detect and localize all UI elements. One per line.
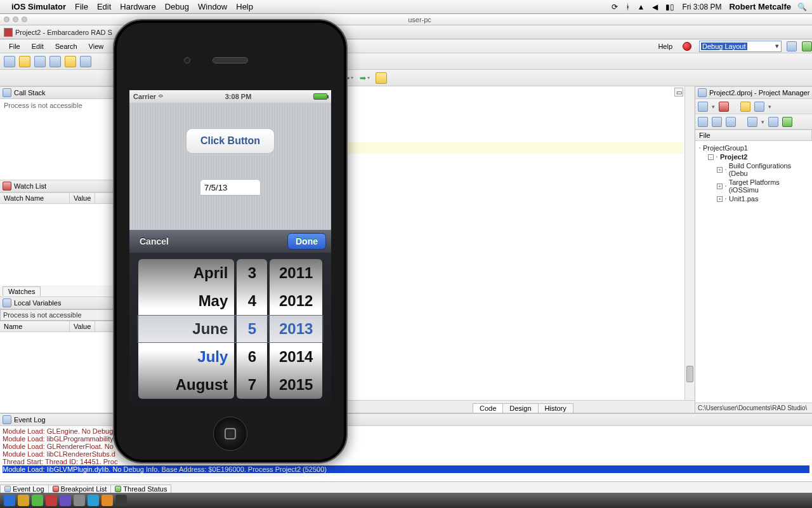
log-line-selected[interactable]: Module Load: libGLVMPlugin.dylib. No Deb… <box>3 465 809 473</box>
log-line[interactable]: Thread Start: Thread ID: 14451. Proc <box>3 458 809 465</box>
day-wheel[interactable]: 3 4 5 6 7 <box>237 259 267 399</box>
save-icon[interactable] <box>34 56 46 67</box>
done-button[interactable]: Done <box>287 233 326 250</box>
volume-icon[interactable]: ◀ <box>652 3 658 11</box>
picker-row[interactable]: June <box>138 315 234 343</box>
date-picker[interactable]: April May June July August 3 4 5 6 7 201… <box>129 253 331 405</box>
click-button[interactable]: Click Button <box>186 128 275 154</box>
editor-scrollbar[interactable] <box>684 86 695 400</box>
tab-design[interactable]: Design <box>502 403 538 413</box>
clock-text[interactable]: Fri 3:08 PM <box>682 3 721 11</box>
tree-target-platforms[interactable]: Target Platforms (iOSSimu <box>729 178 808 194</box>
tree-expander[interactable]: + <box>717 184 723 189</box>
tab-history[interactable]: History <box>538 403 573 413</box>
picker-row[interactable]: 2015 <box>270 371 322 399</box>
mac-menu-debug[interactable]: Debug <box>165 2 189 11</box>
tree-expander[interactable]: + <box>717 196 723 202</box>
ide-menu-file[interactable]: File <box>4 41 25 51</box>
ide-menu-view[interactable]: View <box>84 41 109 51</box>
bluetooth-icon[interactable]: ᚼ <box>625 3 630 11</box>
watch-col-value[interactable]: Value <box>70 193 95 203</box>
tree-projectgroup[interactable]: ProjectGroup1 <box>703 144 748 152</box>
picker-row[interactable]: 6 <box>237 343 267 371</box>
call-stack-header[interactable]: Call Stack <box>0 86 117 99</box>
project-tree[interactable]: ProjectGroup1 -Project2 +Build Configura… <box>695 141 812 403</box>
dock-app-icon[interactable] <box>4 495 15 506</box>
watch-list-header[interactable]: Watch List <box>0 180 117 192</box>
locals-col-value[interactable]: Value <box>70 321 95 331</box>
run-layout-icon[interactable] <box>802 41 812 51</box>
pm-collapse-icon[interactable] <box>726 117 736 127</box>
tree-build-config[interactable]: Build Configurations (Debu <box>729 162 808 177</box>
picker-row-selected[interactable]: July <box>138 343 234 371</box>
globe-icon[interactable] <box>683 42 691 51</box>
folder-icon[interactable] <box>65 56 76 67</box>
dock-app-icon[interactable] <box>46 495 57 506</box>
pm-filter-icon[interactable] <box>768 117 778 127</box>
save-all-icon[interactable] <box>49 56 61 67</box>
nav-forward-button[interactable]: ➡▾ <box>359 72 370 84</box>
picker-row[interactable]: 2011 <box>270 259 322 287</box>
mac-menu-file[interactable]: File <box>75 2 88 11</box>
mac-app-name[interactable]: iOS Simulator <box>11 2 66 11</box>
mac-menu-help[interactable]: Help <box>236 2 253 11</box>
dock-app-icon[interactable] <box>60 495 71 506</box>
wifi-icon[interactable]: ▲ <box>638 3 645 11</box>
pm-sync-icon[interactable] <box>698 117 708 127</box>
dock-app-icon[interactable] <box>102 495 113 506</box>
sync-icon[interactable]: ⟳ <box>612 3 618 11</box>
tab-code[interactable]: Code <box>473 403 503 413</box>
picker-row[interactable]: 2012 <box>270 287 322 315</box>
battery-icon[interactable]: ▮▯ <box>665 3 674 11</box>
bookmarks-icon[interactable] <box>376 72 387 84</box>
layout-combo[interactable]: Debug Layout ▾ <box>699 41 782 52</box>
pm-save-icon[interactable] <box>754 102 764 112</box>
project-manager-header[interactable]: Project2.dproj - Project Manager <box>695 86 812 99</box>
pm-new-icon[interactable] <box>698 102 708 112</box>
mac-menu-edit[interactable]: Edit <box>97 2 111 11</box>
mac-user-name[interactable]: Robert Metcalfe <box>729 2 791 11</box>
picker-row[interactable]: 3 <box>237 259 267 287</box>
mac-dock[interactable] <box>0 493 812 508</box>
dock-app-icon[interactable] <box>115 495 127 506</box>
mac-menu-hardware[interactable]: Hardware <box>120 2 155 11</box>
cancel-button[interactable]: Cancel <box>134 234 174 249</box>
pm-col-file[interactable]: File <box>695 130 812 140</box>
pm-run-icon[interactable] <box>782 117 792 127</box>
tree-expander[interactable]: - <box>708 154 714 160</box>
picker-row[interactable]: April <box>138 259 234 287</box>
picker-row[interactable]: May <box>138 287 234 315</box>
tree-unit1[interactable]: Unit1.pas <box>729 195 758 203</box>
locals-col-name[interactable]: Name <box>0 321 70 331</box>
tree-project[interactable]: Project2 <box>720 153 747 161</box>
ide-menu-search[interactable]: Search <box>50 41 82 51</box>
year-wheel[interactable]: 2011 2012 2013 2014 2015 <box>270 259 322 399</box>
dock-app-icon[interactable] <box>18 495 29 506</box>
date-input[interactable] <box>200 179 261 196</box>
new-icon[interactable] <box>4 56 15 67</box>
watch-col-name[interactable]: Watch Name <box>0 193 70 203</box>
home-button[interactable] <box>213 417 247 451</box>
undo-icon[interactable] <box>80 56 91 67</box>
picker-row[interactable]: 7 <box>237 371 267 399</box>
watches-tab[interactable]: Watches <box>3 286 41 296</box>
picker-row-selected[interactable]: 5 <box>237 315 267 343</box>
ide-menu-edit[interactable]: Edit <box>27 41 49 51</box>
picker-row[interactable]: 2014 <box>270 343 322 371</box>
tab-breakpoint-list[interactable]: Breakpoint List <box>48 485 112 493</box>
spotlight-icon[interactable]: 🔍 <box>797 3 807 11</box>
pm-remove-icon[interactable] <box>719 102 729 112</box>
tab-event-log[interactable]: Event Log <box>0 485 49 493</box>
dock-app-icon[interactable] <box>74 495 85 506</box>
picker-row[interactable]: August <box>138 371 234 399</box>
scrollbar-thumb[interactable] <box>686 366 693 382</box>
pm-open-icon[interactable] <box>740 102 750 112</box>
pm-view-icon[interactable] <box>747 117 757 127</box>
save-layout-icon[interactable] <box>787 41 797 51</box>
window-traffic-lights[interactable] <box>4 17 27 22</box>
dock-app-icon[interactable] <box>32 495 43 506</box>
tree-expander[interactable]: + <box>717 167 723 173</box>
pm-expand-icon[interactable] <box>712 117 722 127</box>
tab-thread-status[interactable]: Thread Status <box>110 485 171 493</box>
month-wheel[interactable]: April May June July August <box>138 259 234 399</box>
